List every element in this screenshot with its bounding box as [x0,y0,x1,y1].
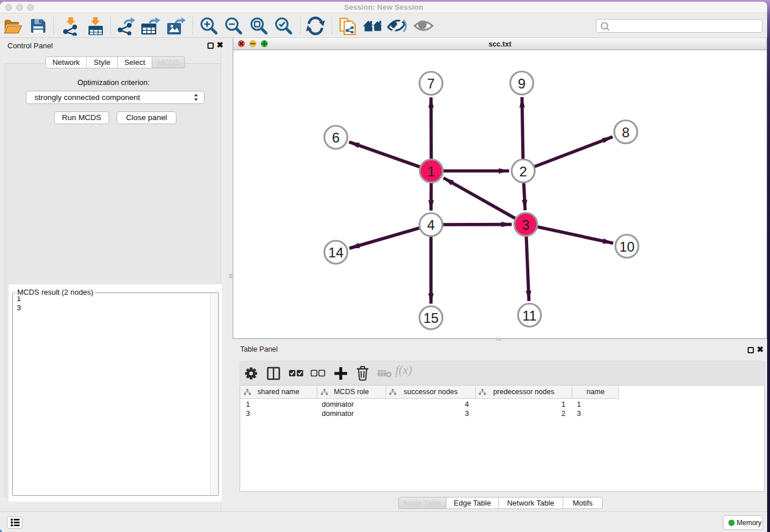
svg-text:7: 7 [427,76,434,91]
svg-text:14: 14 [328,245,344,260]
svg-text:3: 3 [522,217,529,233]
svg-text:4: 4 [427,217,434,233]
svg-text:10: 10 [619,239,635,255]
svg-text:8: 8 [622,125,629,140]
svg-text:11: 11 [522,308,537,323]
svg-text:9: 9 [518,76,525,91]
svg-text:6: 6 [332,130,340,145]
svg-text:1: 1 [428,164,435,179]
svg-text:15: 15 [424,310,439,326]
svg-text:2: 2 [519,164,527,179]
